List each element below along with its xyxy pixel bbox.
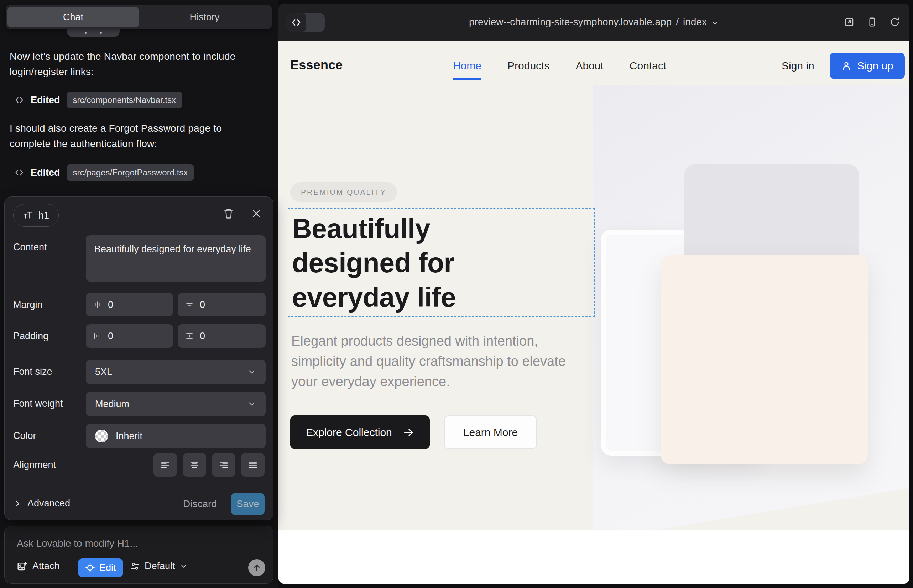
edited-label: Edited [31, 95, 60, 106]
tab-chat[interactable]: Chat [8, 7, 139, 27]
align-center-icon[interactable] [183, 453, 206, 477]
code-icon [14, 168, 24, 178]
url-path: index [683, 16, 707, 28]
arrow-right-icon [403, 427, 414, 438]
site-viewport: Essence Home Products About Contact Sign… [278, 40, 910, 584]
chevron-down-icon [247, 367, 256, 376]
chevron-down-icon [711, 19, 719, 27]
edited-file-row: Edited src/components/Navbar.tsx [14, 92, 182, 108]
save-button[interactable]: Save [231, 493, 265, 515]
preview-browser-bar: preview--charming-site-symphony.lovable.… [278, 3, 910, 40]
font-size-select[interactable]: 5XL [86, 360, 265, 384]
margin-vertical-icon [185, 300, 194, 309]
font-weight-select[interactable]: Medium [86, 392, 265, 416]
padding-horizontal-icon [93, 331, 102, 341]
alignment-label: Alignment [13, 459, 56, 470]
align-justify-icon[interactable] [241, 453, 265, 477]
hero-cta-row: Explore Collection Learn More [290, 415, 537, 449]
align-right-icon[interactable] [212, 453, 235, 477]
site-header: Essence Home Products About Contact Sign… [278, 40, 910, 90]
color-select[interactable]: Inherit [86, 424, 265, 448]
chat-message: Now let's update the Navbar component to… [10, 49, 259, 79]
mobile-view-icon[interactable] [867, 17, 877, 27]
margin-x-input[interactable]: 0 [86, 293, 173, 317]
attach-image-icon [17, 561, 28, 572]
scrolled-chip[interactable] [67, 29, 120, 37]
padding-label: Padding [13, 331, 49, 342]
font-weight-label: Font weight [13, 398, 63, 409]
margin-y-input[interactable]: 0 [178, 293, 265, 317]
url-host: preview--charming-site-symphony.lovable.… [469, 16, 672, 28]
nav-contact[interactable]: Contact [630, 60, 666, 72]
open-external-icon[interactable] [844, 17, 855, 27]
chat-history-tabs: Chat History [6, 5, 272, 29]
site-nav: Home Products About Contact [453, 60, 666, 72]
padding-x-input[interactable]: 0 [86, 324, 173, 348]
active-underline [453, 78, 481, 80]
send-button[interactable] [248, 559, 265, 576]
chat-input[interactable]: Ask Lovable to modify H1... [17, 538, 138, 549]
margin-label: Margin [13, 299, 43, 310]
margin-horizontal-icon [93, 300, 102, 309]
file-chip[interactable]: src/components/Navbar.tsx [66, 92, 182, 108]
align-left-icon[interactable] [154, 453, 177, 477]
edit-target-icon [85, 563, 95, 573]
editor-footer: Advanced Discard Save [5, 493, 274, 515]
explore-collection-button[interactable]: Explore Collection [290, 415, 430, 449]
sign-up-button[interactable]: Sign up [830, 53, 905, 79]
color-swatch [95, 430, 108, 443]
refresh-icon[interactable] [889, 17, 900, 27]
composer-toolbar: Attach Edit Default [17, 559, 265, 577]
font-size-label: Font size [13, 366, 52, 377]
preview-panel: preview--charming-site-symphony.lovable.… [278, 3, 910, 584]
file-chip[interactable]: src/pages/ForgotPassword.tsx [66, 165, 194, 181]
url-separator: / [676, 16, 679, 28]
nav-home[interactable]: Home [453, 60, 481, 72]
element-tag-pill[interactable]: h1 [13, 204, 59, 227]
tab-history[interactable]: History [139, 7, 270, 27]
hero-paragraph: Elegant products designed with intention… [291, 331, 580, 392]
edited-label: Edited [31, 167, 60, 178]
sliders-icon [130, 561, 140, 571]
url-breadcrumb[interactable]: preview--charming-site-symphony.lovable.… [278, 3, 910, 40]
element-editor-panel: h1 Content Beautifully designed for ever… [4, 197, 274, 520]
delete-element-button[interactable] [223, 208, 234, 219]
browser-actions [844, 3, 900, 40]
learn-more-button[interactable]: Learn More [444, 415, 537, 449]
code-icon [14, 95, 24, 105]
send-up-arrow-icon [252, 563, 261, 572]
decorative-card-cream [660, 255, 868, 465]
user-icon [841, 60, 852, 71]
site-logo[interactable]: Essence [290, 58, 343, 73]
content-label: Content [13, 242, 47, 253]
discard-button[interactable]: Discard [183, 498, 217, 510]
hero-heading: Beautifully designed for everyday life [292, 212, 513, 314]
element-tag-label: h1 [39, 210, 49, 221]
type-icon [23, 210, 34, 221]
chevron-down-icon [247, 399, 256, 409]
chat-panel: Chat History Now let's update the Navbar… [0, 0, 278, 588]
chat-message: I should also create a Forgot Password p… [10, 121, 259, 151]
selected-h1-element[interactable]: Beautifully designed for everyday life [288, 208, 595, 317]
chevron-down-icon [180, 562, 188, 570]
edit-mode-button[interactable]: Edit [78, 559, 123, 577]
content-input[interactable]: Beautifully designed for everyday life [86, 235, 265, 281]
next-section-wedge [653, 488, 910, 530]
padding-vertical-icon [185, 331, 194, 341]
edited-file-row: Edited src/pages/ForgotPassword.tsx [14, 165, 194, 181]
composer: Ask Lovable to modify H1... Attach Edit … [4, 526, 274, 584]
chevron-right-icon [13, 499, 22, 508]
model-default-button[interactable]: Default [130, 561, 188, 572]
sign-in-link[interactable]: Sign in [782, 60, 814, 72]
color-label: Color [13, 430, 36, 441]
next-section [278, 530, 910, 584]
attach-button[interactable]: Attach [17, 561, 60, 572]
nav-about[interactable]: About [575, 60, 603, 72]
advanced-toggle[interactable]: Advanced [13, 498, 70, 509]
nav-products[interactable]: Products [507, 60, 549, 72]
premium-quality-badge: PREMIUM QUALITY [290, 182, 397, 202]
padding-y-input[interactable]: 0 [178, 324, 265, 348]
close-icon[interactable] [251, 208, 262, 219]
